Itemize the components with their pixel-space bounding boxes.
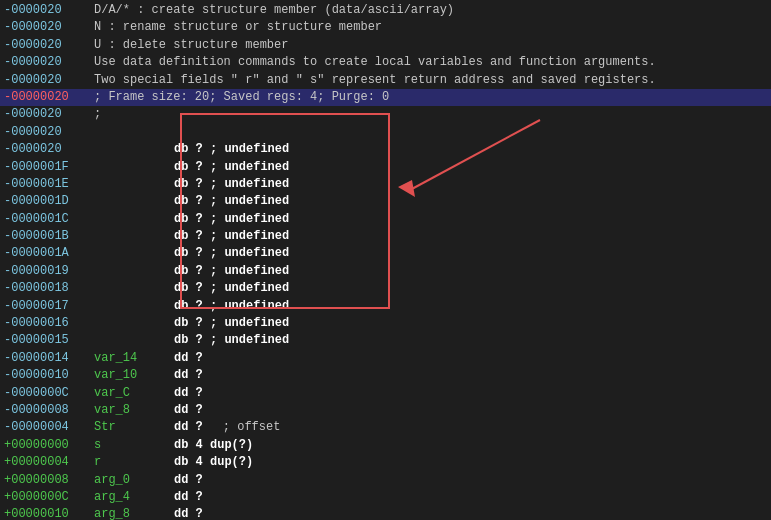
code-line: +00000008arg_0dd ?	[0, 472, 771, 489]
line-address: -0000020	[4, 141, 94, 158]
code-line: -00000017db ? ; undefined	[0, 298, 771, 315]
line-instruction: dd ?	[174, 489, 203, 506]
code-line: -0000020	[0, 124, 771, 141]
line-address: +0000000C	[4, 489, 94, 506]
line-content: ;	[94, 106, 101, 123]
line-instruction: dd ?	[174, 402, 203, 419]
line-address: -00000008	[4, 402, 94, 419]
code-line: -0000020 ;	[0, 106, 771, 123]
code-line: -0000001Edb ? ; undefined	[0, 176, 771, 193]
line-address: -0000001B	[4, 228, 94, 245]
line-content: D/A/* : create structure member (data/as…	[94, 2, 454, 19]
line-address: -0000020	[4, 72, 94, 89]
line-address: -0000001D	[4, 193, 94, 210]
line-address: -0000020	[4, 54, 94, 71]
code-line: -0000001Ddb ? ; undefined	[0, 193, 771, 210]
line-varname: arg_0	[94, 472, 174, 489]
code-line: -0000001Cdb ? ; undefined	[0, 211, 771, 228]
line-address: -00000019	[4, 263, 94, 280]
code-line: +00000000sdb 4 dup(?)	[0, 437, 771, 454]
line-instruction: db ? ; undefined	[174, 141, 289, 158]
code-line: -00000019db ? ; undefined	[0, 263, 771, 280]
line-instruction: dd ?	[174, 419, 203, 436]
line-address: +00000008	[4, 472, 94, 489]
code-view: -0000020 D/A/* : create structure member…	[0, 0, 771, 520]
line-instruction: db ? ; undefined	[174, 211, 289, 228]
line-varname: var_C	[94, 385, 174, 402]
line-address: -0000001F	[4, 159, 94, 176]
code-line: -0000020 Use data definition commands to…	[0, 54, 771, 71]
code-line: -0000001Adb ? ; undefined	[0, 245, 771, 262]
line-address: +00000000	[4, 437, 94, 454]
line-varname: var_10	[94, 367, 174, 384]
line-instruction: db ? ; undefined	[174, 280, 289, 297]
line-address: -00000018	[4, 280, 94, 297]
line-instruction: db ? ; undefined	[174, 332, 289, 349]
line-varname: r	[94, 454, 174, 471]
line-content: U : delete structure member	[94, 37, 288, 54]
line-instruction: dd ?	[174, 506, 203, 520]
line-content: ; Frame size: 20; Saved regs: 4; Purge: …	[94, 89, 389, 106]
code-line: -00000004Strdd ?; offset	[0, 419, 771, 436]
line-address: -00000017	[4, 298, 94, 315]
line-instruction: db 4 dup(?)	[174, 437, 253, 454]
line-address: -0000001A	[4, 245, 94, 262]
line-varname: Str	[94, 419, 174, 436]
line-address: -0000020	[4, 124, 94, 141]
line-varname: arg_4	[94, 489, 174, 506]
line-instruction: dd ?	[174, 367, 203, 384]
line-varname: s	[94, 437, 174, 454]
line-address: -0000020	[4, 37, 94, 54]
code-line: -00000014var_14dd ?	[0, 350, 771, 367]
line-address: -00000016	[4, 315, 94, 332]
line-instruction: dd ?	[174, 385, 203, 402]
line-address: -0000020	[4, 106, 94, 123]
code-line: -0000000Cvar_Cdd ?	[0, 385, 771, 402]
code-line: -0000020 U : delete structure member	[0, 37, 771, 54]
line-address: -00000010	[4, 367, 94, 384]
line-address: +00000010	[4, 506, 94, 520]
line-instruction: db ? ; undefined	[174, 245, 289, 262]
code-line: -00000015db ? ; undefined	[0, 332, 771, 349]
code-line: -0000001Bdb ? ; undefined	[0, 228, 771, 245]
line-instruction: db ? ; undefined	[174, 298, 289, 315]
line-instruction: db ? ; undefined	[174, 193, 289, 210]
code-line: -0000020 D/A/* : create structure member…	[0, 2, 771, 19]
line-varname: var_14	[94, 350, 174, 367]
line-varname: var_8	[94, 402, 174, 419]
line-address: -0000020	[4, 19, 94, 36]
line-address: -00000015	[4, 332, 94, 349]
code-line: -00000020 ; Frame size: 20; Saved regs: …	[0, 89, 771, 106]
line-instruction: dd ?	[174, 472, 203, 489]
line-address: -0000020	[4, 2, 94, 19]
code-line: -0000001Fdb ? ; undefined	[0, 159, 771, 176]
line-content: Two special fields " r" and " s" represe…	[94, 72, 656, 89]
code-line: -0000020db ? ; undefined	[0, 141, 771, 158]
line-address: -00000004	[4, 419, 94, 436]
line-content: Use data definition commands to create l…	[94, 54, 656, 71]
line-address: +00000004	[4, 454, 94, 471]
line-address: -0000000C	[4, 385, 94, 402]
code-line: +00000004rdb 4 dup(?)	[0, 454, 771, 471]
code-line: -00000018db ? ; undefined	[0, 280, 771, 297]
line-instruction: db ? ; undefined	[174, 228, 289, 245]
line-instruction: db 4 dup(?)	[174, 454, 253, 471]
line-instruction: db ? ; undefined	[174, 315, 289, 332]
line-address: -00000014	[4, 350, 94, 367]
line-address: -0000001C	[4, 211, 94, 228]
line-varname: arg_8	[94, 506, 174, 520]
code-line: -00000010var_10dd ?	[0, 367, 771, 384]
line-offset: ; offset	[223, 419, 281, 436]
line-address: -00000020	[4, 89, 94, 106]
line-address: -0000001E	[4, 176, 94, 193]
code-line: +0000000Carg_4dd ?	[0, 489, 771, 506]
line-instruction: db ? ; undefined	[174, 263, 289, 280]
code-line: -00000016db ? ; undefined	[0, 315, 771, 332]
code-line: -0000020 Two special fields " r" and " s…	[0, 72, 771, 89]
code-line: +00000010arg_8dd ?	[0, 506, 771, 520]
line-instruction: db ? ; undefined	[174, 159, 289, 176]
code-line: -00000008var_8dd ?	[0, 402, 771, 419]
code-line: -0000020 N : rename structure or structu…	[0, 19, 771, 36]
line-instruction: dd ?	[174, 350, 203, 367]
line-content: N : rename structure or structure member	[94, 19, 382, 36]
